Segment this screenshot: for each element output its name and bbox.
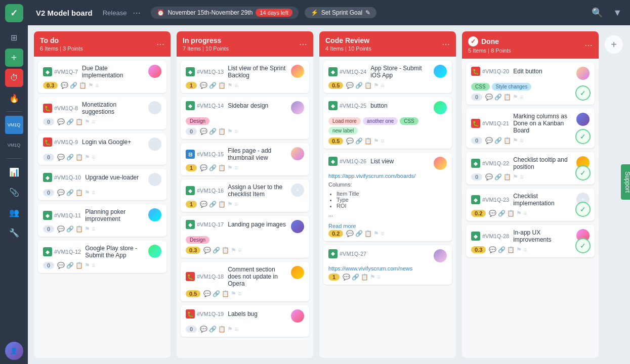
flag-icon[interactable]: ⚑ xyxy=(231,247,236,254)
link-icon[interactable]: 🔗 xyxy=(209,82,217,89)
attachment-icon[interactable]: 📋 xyxy=(507,246,515,253)
users-icon[interactable]: 👥 xyxy=(5,203,23,221)
attachment-icon[interactable]: 📋 xyxy=(222,247,229,254)
attachment-icon[interactable]: 📋 xyxy=(75,154,83,161)
attachment-icon[interactable]: 📋 xyxy=(75,225,83,233)
flag-icon[interactable]: ⚑ xyxy=(227,164,233,171)
flag-icon[interactable]: ⚑ xyxy=(373,230,379,237)
list-icon[interactable]: ≡ xyxy=(520,173,523,180)
flag-icon[interactable]: ⚑ xyxy=(227,201,233,208)
comment-icon[interactable]: 💬 xyxy=(57,225,65,233)
list-icon[interactable]: ≡ xyxy=(520,94,523,101)
list-icon[interactable]: ≡ xyxy=(520,137,523,144)
list-icon[interactable]: ≡ xyxy=(234,128,238,135)
vm1q-badge[interactable]: VM1Q xyxy=(5,116,23,134)
board-menu-dots[interactable]: ⋯ xyxy=(133,8,141,18)
list-icon[interactable]: ≡ xyxy=(92,225,95,233)
link-icon[interactable]: 🔗 xyxy=(494,137,502,144)
comment-icon[interactable]: 💬 xyxy=(61,82,68,89)
link-icon[interactable]: 🔗 xyxy=(213,247,220,254)
attachment-icon[interactable]: 📋 xyxy=(218,82,226,89)
link-icon[interactable]: 🔗 xyxy=(66,225,74,233)
search-icon[interactable]: 🔍 xyxy=(592,7,603,18)
link-icon[interactable]: 🔗 xyxy=(70,82,77,89)
filter-icon[interactable]: ▼ xyxy=(613,8,622,18)
attachment-icon[interactable]: 📋 xyxy=(218,326,226,333)
comment-icon[interactable]: 💬 xyxy=(200,82,207,89)
comment-icon[interactable]: 💬 xyxy=(57,189,65,196)
list-icon[interactable]: ≡ xyxy=(92,262,95,269)
flag-icon[interactable]: ⚑ xyxy=(231,290,236,297)
user-avatar[interactable]: 👤 xyxy=(5,342,23,360)
list-icon[interactable]: ≡ xyxy=(381,82,384,89)
attachment-icon[interactable]: 📋 xyxy=(503,173,511,180)
flag-icon[interactable]: ⚑ xyxy=(373,138,379,145)
flag-icon[interactable]: ⚑ xyxy=(513,94,518,101)
comment-icon[interactable]: 💬 xyxy=(343,274,350,281)
add-column-button[interactable]: + xyxy=(605,35,623,54)
attachment-icon[interactable]: 📋 xyxy=(79,82,87,89)
list-icon[interactable]: ≡ xyxy=(523,210,527,217)
list-icon[interactable]: ≡ xyxy=(234,82,238,89)
link-icon[interactable]: 🔗 xyxy=(209,326,217,333)
flag-icon[interactable]: ⚑ xyxy=(85,189,90,196)
attachment-icon[interactable]: 📋 xyxy=(364,82,372,89)
comment-icon[interactable]: 💬 xyxy=(489,210,496,217)
attachment-icon[interactable]: 📋 xyxy=(218,128,226,135)
flag-icon[interactable]: ⚑ xyxy=(85,262,90,269)
link-icon[interactable]: 🔗 xyxy=(66,154,74,161)
list-icon[interactable]: ≡ xyxy=(238,290,241,297)
link-icon[interactable]: 🔗 xyxy=(66,118,74,125)
comment-icon[interactable]: 💬 xyxy=(489,246,496,253)
support-tab[interactable]: Support xyxy=(621,164,630,200)
comment-icon[interactable]: 💬 xyxy=(200,164,207,171)
attachment-icon[interactable]: 📋 xyxy=(364,138,372,145)
column-menu-done[interactable]: ⋯ xyxy=(584,40,593,50)
flag-icon[interactable]: ⚑ xyxy=(373,82,379,89)
attachment-icon[interactable]: 📋 xyxy=(364,230,372,237)
attachment-icon[interactable]: 📋 xyxy=(222,290,229,297)
list-icon[interactable]: ≡ xyxy=(234,201,238,208)
flag-icon[interactable]: ⚑ xyxy=(85,225,90,233)
link-icon[interactable]: 🔗 xyxy=(498,210,506,217)
chart-icon[interactable]: 📊 xyxy=(5,163,23,181)
flag-icon[interactable]: ⚑ xyxy=(227,82,233,89)
flag-icon[interactable]: ⚑ xyxy=(227,128,233,135)
comment-icon[interactable]: 💬 xyxy=(200,128,207,135)
sprint-goal-button[interactable]: ⚡ Set Sprint Goal ✎ xyxy=(305,7,376,18)
app-logo[interactable]: ✓ xyxy=(5,4,23,22)
flag-icon[interactable]: ⚑ xyxy=(88,82,94,89)
comment-icon[interactable]: 💬 xyxy=(57,154,65,161)
column-menu-codereview[interactable]: ⋯ xyxy=(442,39,450,49)
comment-icon[interactable]: 💬 xyxy=(346,138,354,145)
link-icon[interactable]: 🔗 xyxy=(494,94,502,101)
list-icon[interactable]: ≡ xyxy=(238,247,241,254)
comment-icon[interactable]: 💬 xyxy=(346,82,354,89)
list-icon[interactable]: ≡ xyxy=(234,164,238,171)
comment-icon[interactable]: 💬 xyxy=(57,262,65,269)
comment-icon[interactable]: 💬 xyxy=(485,173,493,180)
link-icon[interactable]: 🔗 xyxy=(209,201,217,208)
comment-icon[interactable]: 💬 xyxy=(57,118,65,125)
list-icon[interactable]: ≡ xyxy=(92,189,95,196)
link-icon[interactable]: 🔗 xyxy=(352,274,359,281)
comment-icon[interactable]: 💬 xyxy=(203,290,211,297)
flag-icon[interactable]: ⚑ xyxy=(85,118,90,125)
tools-icon[interactable]: 🔧 xyxy=(5,223,23,242)
link-icon[interactable]: 🔗 xyxy=(355,82,363,89)
flag-icon[interactable]: ⚑ xyxy=(370,274,375,281)
card-link[interactable]: https://app.vivifyscrum.com/boards/ xyxy=(328,173,447,179)
attachment-icon[interactable]: 📋 xyxy=(75,262,83,269)
list-icon[interactable]: ≡ xyxy=(92,118,95,125)
list-icon[interactable]: ≡ xyxy=(381,138,384,145)
link-icon[interactable]: 🔗 xyxy=(213,290,220,297)
attachment-icon[interactable]: 📋 xyxy=(503,137,511,144)
link-icon[interactable]: 🔗 xyxy=(66,262,74,269)
attachment-icon[interactable]: 📋 xyxy=(507,210,515,217)
card-link[interactable]: https://www.vivifyscrum.com/news xyxy=(328,265,447,271)
link-icon[interactable]: 🔗 xyxy=(498,246,506,253)
attachment-icon[interactable]: 📋 xyxy=(75,118,83,125)
read-more-link[interactable]: Read more xyxy=(328,223,356,229)
clip-icon[interactable]: 📎 xyxy=(5,183,23,201)
column-menu-todo[interactable]: ⋯ xyxy=(156,39,164,49)
